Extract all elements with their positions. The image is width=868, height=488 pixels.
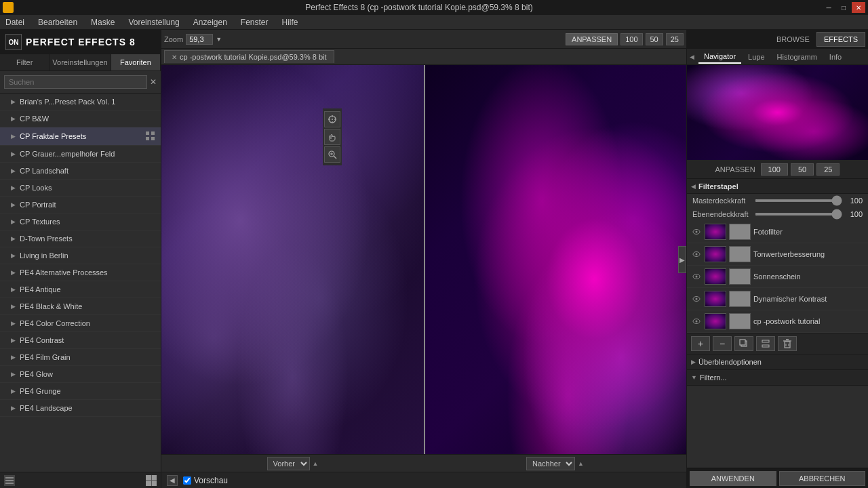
search-input[interactable] bbox=[4, 75, 147, 89]
zoom-input[interactable] bbox=[186, 34, 213, 45]
after-label-select[interactable]: Nachher bbox=[526, 457, 575, 470]
split-divider[interactable] bbox=[424, 65, 425, 454]
preset-label: CP Landschaft bbox=[20, 167, 68, 175]
remove-layer-button[interactable]: − bbox=[713, 336, 732, 351]
filter-stack-panel: ◀ Filterstapel Masterdeckkraft 100 Ebene… bbox=[687, 179, 868, 468]
preset-item[interactable]: ▶D-Town Presets bbox=[0, 230, 161, 247]
preset-item[interactable]: ▶PE4 Black & White bbox=[0, 298, 161, 315]
menu-fenster[interactable]: Fenster bbox=[238, 16, 271, 28]
preset-item[interactable]: ▶CP Looks bbox=[0, 180, 161, 197]
add-layer-button[interactable]: + bbox=[691, 336, 710, 351]
move-layer-button[interactable] bbox=[756, 336, 775, 351]
tab-histogramm[interactable]: Histogramm bbox=[772, 51, 823, 63]
menu-maske[interactable]: Maske bbox=[88, 16, 117, 28]
cancel-button[interactable]: ABBRECHEN bbox=[779, 471, 866, 486]
preset-item[interactable]: ▶Brian's P...Preset Pack Vol. 1 bbox=[0, 94, 161, 110]
zoom-tool[interactable] bbox=[324, 146, 340, 163]
layer-visibility-icon[interactable] bbox=[691, 249, 702, 260]
preset-item[interactable]: ▶PE4 Film Grain bbox=[0, 349, 161, 366]
zoom-25-button[interactable]: 25 bbox=[666, 33, 684, 45]
filterstapel-header[interactable]: ◀ Filterstapel bbox=[687, 179, 868, 194]
anpassen-label: ANPASSEN bbox=[715, 165, 755, 174]
preset-item[interactable]: ▶PE4 Alternative Processes bbox=[0, 264, 161, 281]
master-opacity-slider[interactable] bbox=[755, 199, 842, 202]
tab-lupe[interactable]: Lupe bbox=[743, 51, 770, 63]
nav-25-button[interactable]: 25 bbox=[816, 163, 840, 176]
list-view-button[interactable] bbox=[4, 475, 15, 486]
zoom-100-button[interactable]: 100 bbox=[620, 33, 642, 45]
apply-button[interactable]: ANWENDEN bbox=[690, 471, 776, 486]
before-label-select[interactable]: Vorher bbox=[267, 457, 310, 470]
layer-visibility-icon[interactable] bbox=[691, 271, 702, 282]
filter-section-header[interactable]: ▼ Filtern... bbox=[687, 370, 868, 385]
preset-item[interactable]: ▶PE4 Antique bbox=[0, 281, 161, 298]
filter-layer-item[interactable]: Tonwertverbesserung bbox=[687, 243, 868, 266]
delete-icon bbox=[783, 339, 792, 348]
preset-label: CP Grauer...empelhofer Feld bbox=[20, 150, 115, 158]
tab-voreinstellungen[interactable]: Voreinstellungen bbox=[50, 54, 111, 70]
nav-collapse-arrow[interactable]: ◀ bbox=[690, 54, 694, 60]
preset-item[interactable]: ▶CP Grauer...empelhofer Feld bbox=[0, 146, 161, 163]
tab-close-icon[interactable]: ✕ bbox=[172, 54, 177, 61]
duplicate-layer-button[interactable] bbox=[734, 336, 753, 351]
layer-visibility-icon[interactable] bbox=[691, 293, 702, 304]
menu-voreinstellung[interactable]: Voreinstellung bbox=[125, 16, 182, 28]
blend-options-header[interactable]: ▶ Überblendoptionen bbox=[687, 354, 868, 369]
preset-item[interactable]: ▶CP Portrait bbox=[0, 197, 161, 214]
tab-filter[interactable]: Filter bbox=[0, 54, 50, 70]
filter-collapse-icon: ▼ bbox=[691, 374, 697, 381]
preset-arrow-icon: ▶ bbox=[11, 167, 16, 174]
browse-button[interactable]: BROWSE bbox=[770, 33, 816, 46]
tab-navigator[interactable]: Navigator bbox=[698, 50, 741, 64]
delete-layer-button[interactable] bbox=[778, 336, 797, 351]
preset-item[interactable]: ▶PE4 Contrast bbox=[0, 332, 161, 349]
svg-point-5 bbox=[332, 119, 333, 120]
preset-item[interactable]: ▶PE4 Landscape bbox=[0, 400, 161, 417]
filter-layer-item[interactable]: Sonnenschein bbox=[687, 266, 868, 288]
nav-100-button[interactable]: 100 bbox=[761, 163, 788, 176]
menu-datei[interactable]: Datei bbox=[3, 16, 27, 28]
maximize-button[interactable]: □ bbox=[837, 2, 850, 13]
zoom-dropdown-arrow[interactable]: ▼ bbox=[216, 36, 222, 43]
duplicate-icon bbox=[739, 339, 749, 348]
layer-visibility-icon[interactable] bbox=[691, 226, 702, 237]
document-tab[interactable]: ✕ cp -postwork tutorial Kopie.psd@59.3% … bbox=[164, 50, 334, 63]
svg-point-20 bbox=[696, 321, 698, 323]
preset-item[interactable]: ▶Living in Berlin bbox=[0, 247, 161, 264]
zoom-50-button[interactable]: 50 bbox=[646, 33, 663, 45]
nav-left-button[interactable]: ◀ bbox=[167, 475, 178, 486]
fit-button[interactable]: ANPASSEN bbox=[566, 33, 618, 45]
layer-opacity-slider[interactable] bbox=[755, 213, 842, 216]
preset-label: PE4 Alternative Processes bbox=[20, 268, 108, 277]
preset-arrow-icon: ▶ bbox=[11, 269, 16, 276]
preset-item[interactable]: ▶CP Fraktale Presets bbox=[0, 127, 161, 146]
filter-layer-item[interactable]: cp -postwork tutorial bbox=[687, 310, 868, 333]
preset-item[interactable]: ▶CP Textures bbox=[0, 214, 161, 230]
menu-hilfe[interactable]: Hilfe bbox=[279, 16, 301, 28]
hand-tool[interactable] bbox=[324, 129, 340, 145]
search-clear-button[interactable]: ✕ bbox=[150, 77, 157, 87]
right-panel-collapse-button[interactable]: ▶ bbox=[678, 246, 686, 273]
preview-checkbox[interactable] bbox=[183, 476, 191, 485]
grid-view-button[interactable] bbox=[146, 475, 157, 486]
preset-arrow-icon: ▶ bbox=[11, 286, 16, 293]
tab-favoriten[interactable]: Favoriten bbox=[111, 54, 161, 70]
preset-item[interactable]: ▶PE4 Color Correction bbox=[0, 315, 161, 332]
nav-50-button[interactable]: 50 bbox=[791, 163, 814, 176]
filter-layer-item[interactable]: Fotofilter bbox=[687, 221, 868, 243]
close-button[interactable]: ✕ bbox=[852, 2, 865, 13]
tab-info[interactable]: Info bbox=[824, 51, 847, 63]
menu-bearbeiten[interactable]: Bearbeiten bbox=[35, 16, 80, 28]
effects-button[interactable]: EFFECTS bbox=[816, 32, 865, 47]
document-tabbar: ✕ cp -postwork tutorial Kopie.psd@59.3% … bbox=[161, 49, 686, 65]
layer-visibility-icon[interactable] bbox=[691, 316, 702, 327]
minimize-button[interactable]: ─ bbox=[822, 2, 835, 13]
preset-arrow-icon: ▶ bbox=[11, 133, 16, 140]
preset-item[interactable]: ▶PE4 Glow bbox=[0, 366, 161, 383]
preset-item[interactable]: ▶PE4 Grunge bbox=[0, 383, 161, 400]
preset-item[interactable]: ▶CP Landschaft bbox=[0, 163, 161, 180]
preset-item[interactable]: ▶CP B&W bbox=[0, 110, 161, 127]
menu-anzeigen[interactable]: Anzeigen bbox=[191, 16, 230, 28]
filter-layer-item[interactable]: Dynamischer Kontrast bbox=[687, 288, 868, 310]
crosshair-tool[interactable] bbox=[324, 111, 340, 127]
